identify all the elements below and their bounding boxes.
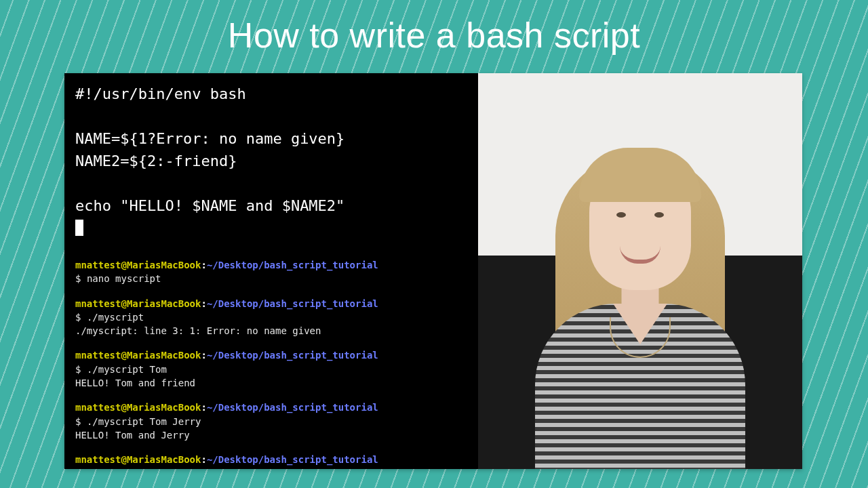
prompt-cwd: ~/Desktop/bash_script_tutorial (207, 350, 378, 361)
command-text: ./myscript Tom Jerry (87, 416, 201, 427)
prompt-cwd: ~/Desktop/bash_script_tutorial (207, 260, 378, 270)
terminal-session: mnattest@MariasMacBook:~/Desktop/bash_sc… (75, 258, 470, 286)
prompt-cwd: ~/Desktop/bash_script_tutorial (207, 454, 378, 465)
prompt-colon: : (201, 402, 206, 413)
prompt-user: mnattest (75, 260, 121, 270)
prompt-host: MariasMacBook (127, 350, 201, 361)
command-line[interactable]: $ ./myscript Tom Jerry (75, 415, 470, 428)
terminal-panel: #!/usr/bin/env bash NAME=${1?Error: no n… (64, 73, 478, 469)
terminal-session: mnattest@MariasMacBook:~/Desktop/bash_sc… (75, 297, 470, 338)
command-output: HELLO! Tom and friend (75, 376, 470, 390)
prompt-host: MariasMacBook (127, 260, 201, 270)
command-line[interactable]: $ ./myscript Tom (75, 363, 470, 376)
prompt-user: mnattest (75, 402, 121, 413)
prompt-line: mnattest@MariasMacBook:~/Desktop/bash_sc… (75, 453, 470, 466)
space (81, 416, 86, 427)
prompt-at: @ (121, 298, 126, 309)
prompt-line: mnattest@MariasMacBook:~/Desktop/bash_sc… (75, 258, 470, 272)
prompt-at: @ (121, 350, 126, 361)
prompt-host: MariasMacBook (127, 454, 201, 465)
command-output: ./myscript: line 3: 1: Error: no name gi… (75, 324, 470, 338)
script-editor-view: #!/usr/bin/env bash NAME=${1?Error: no n… (75, 83, 470, 239)
presenter-figure (525, 100, 755, 466)
editor-line: echo "HELLO! $NAME and $NAME2" (75, 197, 344, 214)
prompt-user: mnattest (75, 298, 121, 309)
prompt-user: mnattest (75, 454, 121, 465)
terminal-session: mnattest@MariasMacBook:~/Desktop/bash_sc… (75, 348, 470, 390)
prompt-user: mnattest (75, 350, 121, 361)
prompt-at: @ (121, 402, 126, 413)
slide-background: How to write a bash script #!/usr/bin/en… (0, 0, 868, 488)
prompt-colon: : (201, 298, 206, 309)
prompt-at: @ (121, 260, 126, 270)
prompt-line: mnattest@MariasMacBook:~/Desktop/bash_sc… (75, 401, 470, 414)
editor-line: #!/usr/bin/env bash (75, 85, 246, 102)
prompt-colon: : (201, 260, 206, 270)
prompt-cwd: ~/Desktop/bash_script_tutorial (207, 402, 378, 413)
command-text: ./myscript Tom (87, 364, 167, 375)
prompt-colon: : (201, 350, 206, 361)
command-text: nano myscript (87, 273, 161, 284)
prompt-line: mnattest@MariasMacBook:~/Desktop/bash_sc… (75, 297, 470, 310)
command-output: HELLO! Tom and Jerry (75, 428, 470, 442)
terminal-session: mnattest@MariasMacBook:~/Desktop/bash_sc… (75, 453, 470, 466)
presenter-photo (478, 73, 802, 469)
terminal-session: mnattest@MariasMacBook:~/Desktop/bash_sc… (75, 401, 470, 442)
editor-cursor (75, 220, 83, 236)
space (81, 273, 86, 284)
prompt-at: @ (121, 454, 126, 465)
command-line[interactable]: $ nano myscript (75, 272, 470, 285)
prompt-cwd: ~/Desktop/bash_script_tutorial (207, 298, 378, 309)
editor-line: NAME=${1?Error: no name given} (75, 130, 344, 147)
command-line[interactable]: $ ./myscript (75, 310, 470, 324)
editor-line: NAME2=${2:-friend} (75, 152, 237, 169)
command-text: ./myscript (87, 312, 144, 323)
space (81, 312, 86, 323)
terminal-sessions: mnattest@MariasMacBook:~/Desktop/bash_sc… (75, 258, 470, 467)
prompt-host: MariasMacBook (127, 298, 201, 309)
prompt-colon: : (201, 454, 206, 465)
prompt-host: MariasMacBook (127, 402, 201, 413)
space (81, 364, 86, 375)
prompt-line: mnattest@MariasMacBook:~/Desktop/bash_sc… (75, 348, 470, 362)
content-row: #!/usr/bin/env bash NAME=${1?Error: no n… (64, 73, 802, 469)
slide-title: How to write a bash script (0, 15, 868, 56)
